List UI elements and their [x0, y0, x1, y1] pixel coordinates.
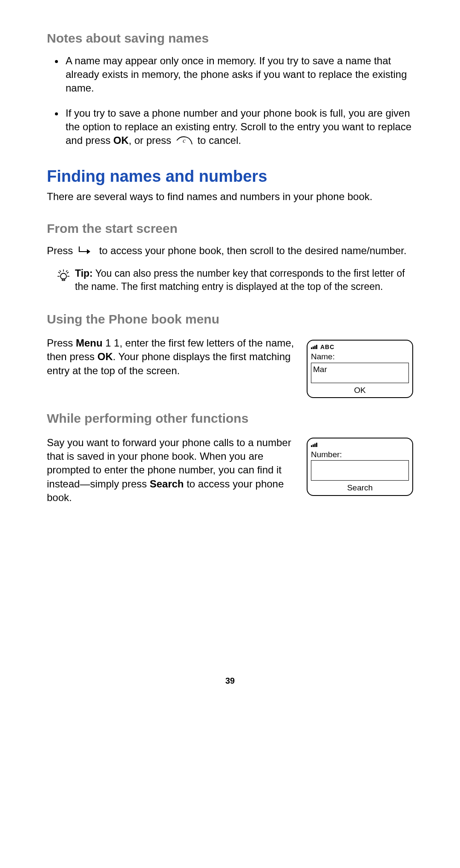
lightbulb-tip-icon	[56, 268, 71, 282]
svg-line-8	[60, 270, 61, 272]
phone-name-label: Name:	[311, 351, 409, 362]
notes-heading: Notes about saving names	[47, 30, 413, 47]
tip-label: Tip:	[75, 268, 93, 279]
page-number: 39	[47, 675, 413, 687]
using-menu-body: Press Menu 1 1, enter the first few lett…	[47, 336, 301, 378]
phone-number-input	[311, 460, 409, 481]
svg-rect-2	[62, 279, 65, 281]
page-content: Notes about saving names A name may appe…	[47, 30, 413, 687]
svg-point-1	[60, 273, 66, 279]
svg-rect-12	[314, 346, 316, 349]
other-functions-heading: While performing other functions	[47, 410, 413, 427]
using-menu-p1: Press	[47, 337, 76, 349]
bullet-1-text: A name may appear only once in memory. I…	[66, 55, 407, 94]
svg-rect-10	[311, 347, 312, 349]
phone-figure-name: ABC Name: Mar OK	[307, 340, 413, 398]
tip-body: Tip: You can also press the number key t…	[75, 267, 413, 293]
from-start-body: Press to access your phone book, then sc…	[47, 244, 413, 258]
tip-row: Tip: You can also press the number key t…	[56, 266, 413, 293]
phone-name-input: Mar	[311, 363, 409, 383]
finding-intro: There are several ways to find names and…	[47, 190, 413, 203]
svg-rect-13	[316, 345, 317, 349]
cancel-key-icon: c	[176, 135, 193, 146]
using-menu-heading: Using the Phone book menu	[47, 311, 413, 328]
svg-rect-17	[316, 443, 317, 447]
ok-bold-2: OK	[98, 351, 113, 362]
phone-ok-button: OK	[311, 384, 409, 396]
search-bold: Search	[150, 478, 184, 490]
tip-text: You can also press the number key that c…	[75, 268, 405, 292]
bullet-2-mid: , or press	[129, 135, 174, 146]
down-right-arrow-icon	[77, 245, 94, 258]
notes-bullet-2: If you try to save a phone number and yo…	[64, 106, 413, 148]
from-start-heading: From the start screen	[47, 220, 413, 238]
svg-rect-14	[311, 445, 312, 447]
notes-bullet-1: A name may appear only once in memory. I…	[64, 54, 413, 95]
bullet-2-suffix: to cancel.	[195, 135, 241, 146]
from-start-prefix: Press	[47, 245, 76, 256]
svg-line-5	[67, 272, 69, 273]
phone-number-label: Number:	[311, 449, 409, 460]
svg-line-9	[66, 270, 67, 272]
notes-bullet-list: A name may appear only once in memory. I…	[64, 54, 413, 148]
finding-heading: Finding names and numbers	[47, 166, 413, 187]
svg-rect-16	[314, 444, 316, 447]
svg-line-4	[58, 272, 60, 273]
svg-rect-15	[313, 444, 314, 447]
phone-search-button: Search	[311, 481, 409, 493]
other-functions-body: Say you want to forward your phone calls…	[47, 436, 301, 505]
svg-rect-11	[313, 347, 314, 349]
signal-icon	[311, 343, 318, 351]
svg-text:c: c	[183, 137, 186, 144]
signal-icon-2	[311, 441, 318, 449]
phone-header-abc: ABC	[320, 343, 334, 351]
phone-figure-number: Number: Search	[307, 438, 413, 496]
ok-label: OK	[113, 135, 129, 146]
from-start-suffix: to access your phone book, then scroll t…	[96, 245, 406, 256]
menu-bold: Menu	[76, 337, 103, 349]
